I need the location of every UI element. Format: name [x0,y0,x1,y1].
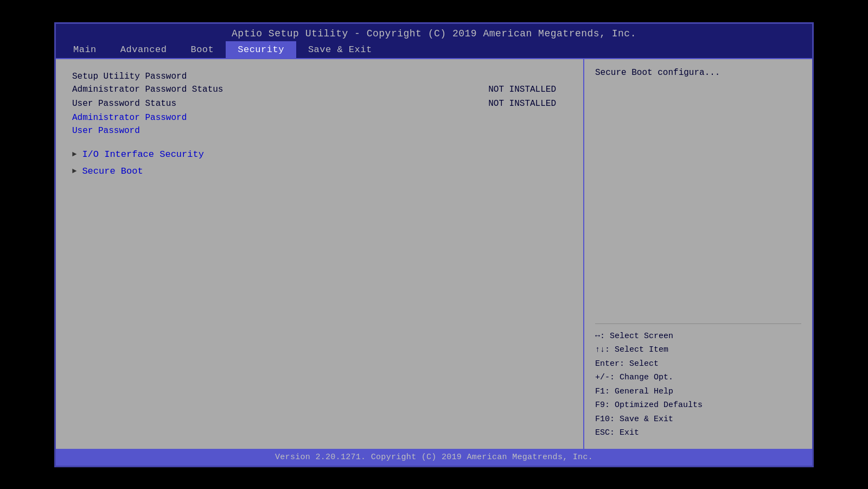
io-interface-security-item[interactable]: ► I/O Interface Security [72,146,567,163]
tab-save-exit[interactable]: Save & Exit [296,41,384,58]
bios-screen: Aptio Setup Utility - Copyright (C) 2019… [54,22,814,467]
io-interface-security-label: I/O Interface Security [82,149,203,160]
shortcut-esc: ESC: Exit [595,426,801,440]
administrator-password-status-item: Administrator Password Status NOT INSTAL… [72,83,567,96]
shortcut-change-opt: +/-: Change Opt. [595,371,801,385]
footer-text: Version 2.20.1271. Copyright (C) 2019 Am… [275,453,593,462]
user-password-status-label: User Password Status [72,99,176,109]
title-bar: Aptio Setup Utility - Copyright (C) 2019… [56,24,812,41]
administrator-password-item[interactable]: Administrator Password [72,111,567,124]
separator-1 [72,137,567,146]
help-text-content: Secure Boot configura... [595,68,720,78]
shortcut-f10: F10: Save & Exit [595,412,801,427]
shortcut-select-screen: ↔: Select Screen [595,329,801,344]
administrator-password-label: Administrator Password [72,113,187,123]
shortcut-f9: F9: Optimized Defaults [595,398,801,412]
title-text: Aptio Setup Utility - Copyright (C) 2019… [232,28,636,39]
secure-boot-label: Secure Boot [82,166,143,176]
help-text: Secure Boot configura... [595,68,801,324]
footer: Version 2.20.1271. Copyright (C) 2019 Am… [56,449,812,466]
administrator-password-status-label: Administrator Password Status [72,85,223,94]
main-content: Setup Utility Password Administrator Pas… [56,59,812,449]
user-password-item[interactable]: User Password [72,124,567,137]
tab-main[interactable]: Main [61,41,108,58]
shortcut-enter: Enter: Select [595,357,801,371]
administrator-password-status-value: NOT INSTALLED [488,85,556,94]
nav-bar: Main Advanced Boot Security Save & Exit [56,41,812,59]
io-interface-security-arrow: ► [72,150,76,158]
setup-utility-password-item: Setup Utility Password [72,70,567,83]
user-password-status-item: User Password Status NOT INSTALLED [72,97,567,110]
tab-security[interactable]: Security [226,41,296,58]
right-panel: Secure Boot configura... ↔: Select Scree… [584,59,812,449]
left-panel: Setup Utility Password Administrator Pas… [56,59,584,449]
tab-advanced[interactable]: Advanced [108,41,179,58]
secure-boot-item[interactable]: ► Secure Boot [72,163,567,180]
setup-utility-password-label: Setup Utility Password [72,72,187,81]
tab-boot[interactable]: Boot [178,41,226,58]
user-password-label: User Password [72,126,140,136]
shortcuts-panel: ↔: Select Screen ↑↓: Select Item Enter: … [595,329,801,440]
shortcut-f1: F1: General Help [595,385,801,399]
shortcut-select-item: ↑↓: Select Item [595,343,801,357]
secure-boot-arrow: ► [72,167,76,175]
user-password-status-value: NOT INSTALLED [488,99,556,109]
